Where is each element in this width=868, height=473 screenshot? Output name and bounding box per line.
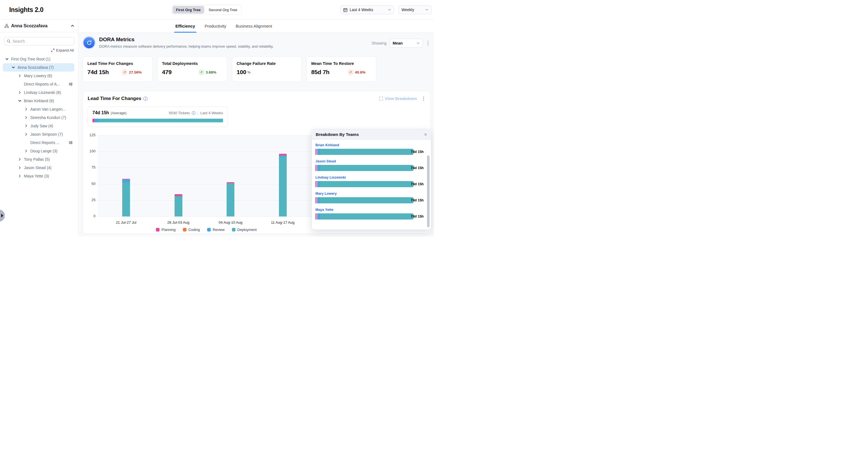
breakdown-segment-planning — [315, 197, 316, 203]
view-breakdown-button[interactable]: View Breakdown — [379, 96, 417, 101]
toggle-first-org-tree[interactable]: First Org Tree — [173, 6, 204, 13]
expand-all-button[interactable]: Expand All — [0, 48, 74, 52]
breakdown-team-link[interactable]: Jason Stead — [315, 159, 424, 163]
tree-item-aaron-van-langen[interactable]: Aaron Van Langen... — [3, 105, 74, 113]
breakdown-team-link[interactable]: Maya Yette — [315, 208, 424, 212]
trend-up-icon: ↗ — [198, 69, 204, 75]
tab-productivity[interactable]: Productivity — [203, 20, 228, 33]
chevron-right-icon — [18, 91, 22, 94]
tree-item-jason-simpson-7[interactable]: Jason Simpson (7) — [3, 130, 74, 139]
chevron-down-icon — [11, 66, 15, 69]
trend-up-icon: ↗ — [348, 69, 353, 75]
expand-all-icon — [51, 49, 55, 52]
aggregation-value: Mean — [393, 41, 403, 46]
search-input[interactable] — [12, 39, 71, 43]
metric-delta-value: 3.68% — [206, 70, 216, 75]
tree-item-direct-reports-of-a[interactable]: Direct Reports of A... — [3, 80, 74, 88]
y-axis-tick-label: 100 — [88, 149, 95, 153]
tree-item-lindsay-liszewski-8[interactable]: Lindsay Liszewski (8) — [3, 88, 74, 97]
date-range-dropdown[interactable]: Last 4 Weeks — [340, 5, 394, 14]
tree-item-mary-lowery-6[interactable]: Mary Lowery (6) — [3, 71, 74, 80]
tab-business-alignment[interactable]: Business Alignment — [234, 20, 273, 33]
panel-scrollbar-thumb[interactable] — [427, 155, 430, 227]
average-label: (Average) — [111, 111, 127, 115]
app-title: Insights 2.0 — [9, 6, 43, 13]
average-value: 74d 15h — [92, 110, 109, 115]
sidebar-collapse-button[interactable] — [71, 24, 74, 28]
legend-item-review[interactable]: Review — [207, 228, 225, 232]
tree-item-label: Sireesha Kunduri (7) — [30, 115, 66, 120]
breakdown-segment-review — [317, 149, 320, 155]
chevron-down-icon — [18, 99, 22, 102]
metric-delta-value: 27.56% — [129, 70, 142, 75]
info-icon[interactable]: i — [192, 111, 195, 115]
tree-item-brian-kirkland-6[interactable]: Brian Kirkland (6) — [3, 97, 74, 105]
breakdown-value: 74d 15h — [411, 182, 424, 186]
breakdown-segment-deployment — [320, 213, 414, 219]
breakdown-segment-review — [317, 197, 320, 203]
chevron-right-icon — [18, 158, 22, 161]
metric-card-title: Lead Time For Changes — [87, 61, 148, 66]
breakdown-bar-row: 74d 15h — [315, 181, 424, 187]
dora-header-text: DORA Metrics DORA metrics measure softwa… — [99, 36, 274, 49]
dora-subtitle: DORA metrics measure software delivery p… — [99, 44, 274, 49]
tree-item-direct-reports[interactable]: Direct Reports ... — [3, 139, 74, 147]
tree-item-maya-yette-3[interactable]: Maya Yette (3) — [3, 172, 74, 180]
metric-card-value-row: 85d 7h↗40.8% — [311, 69, 372, 76]
metric-card-title: Mean Time To Restore — [311, 61, 372, 66]
bar-segment-deployment — [175, 196, 182, 216]
top-header: Insights 2.0 First Org Tree Second Org T… — [0, 0, 434, 20]
chevron-right-icon — [24, 108, 28, 111]
legend-item-planning[interactable]: Planning — [156, 228, 176, 232]
tree-item-judy-saw-4[interactable]: Judy Saw (4) — [3, 122, 74, 130]
legend-swatch-review — [207, 228, 211, 232]
tree-item-sireesha-kunduri-7[interactable]: Sireesha Kunduri (7) — [3, 113, 74, 122]
filter-sliders-icon[interactable] — [69, 82, 73, 86]
breakdown-segment-deployment — [320, 165, 414, 171]
aggregation-dropdown[interactable]: Mean — [390, 39, 423, 48]
tree-item-tony-pallas-5[interactable]: Tony Pallas (5) — [3, 155, 74, 164]
breakdown-team-link[interactable]: Brian Kirkland — [315, 143, 424, 147]
legend-item-coding[interactable]: Coding — [183, 228, 200, 232]
tree-item-doug-lange-3[interactable]: Doug Lange (3) — [3, 147, 74, 155]
tree-item-anna-scozzafava-7[interactable]: Anna Scozzafava (7) — [3, 63, 74, 71]
breakdown-segment-deployment — [320, 197, 414, 203]
info-icon[interactable]: i — [143, 97, 148, 101]
breakdown-team-link[interactable]: Mary Lowery — [315, 191, 424, 196]
toggle-second-org-tree[interactable]: Second Org Tree — [206, 6, 241, 13]
sidebar-user-name: Anna Scozzafava — [11, 23, 48, 28]
org-tree-toggle: First Org Tree Second Org Tree — [172, 5, 242, 15]
content-area: DORA Metrics DORA metrics measure softwa… — [79, 33, 434, 237]
tree-item-label: Mary Lowery (6) — [24, 73, 52, 78]
metric-delta-badge: ↗27.56% — [122, 69, 142, 75]
breakdown-panel: Breakdown By Teams × Brian Kirkland74d 1… — [311, 129, 431, 230]
lead-time-section: Lead Time For Changes i View Breakdown 7… — [83, 91, 431, 234]
breakdown-segment-deployment — [320, 181, 414, 187]
tree-item-jason-stead-4[interactable]: Jason Stead (4) — [3, 164, 74, 172]
metric-delta-badge: ↗3.68% — [198, 69, 216, 75]
app-root: Insights 2.0 First Org Tree Second Org T… — [0, 0, 434, 237]
legend-item-deployment[interactable]: Deployment — [232, 228, 257, 232]
chevron-down-icon — [416, 41, 420, 45]
close-icon[interactable]: × — [424, 132, 427, 137]
sidebar-search — [4, 37, 74, 46]
breakdown-bar-row: 74d 15h — [315, 149, 424, 155]
metric-card-value-row: 479↗3.68% — [162, 69, 222, 76]
legend-swatch-coding — [183, 228, 187, 232]
chevron-down-icon — [425, 8, 428, 11]
bar-segment-deployment — [279, 156, 287, 216]
chart-legend: PlanningCodingReviewDeployment — [98, 228, 315, 232]
chevron-down-icon — [388, 8, 391, 11]
chevron-right-icon — [18, 174, 22, 178]
summary-meta: 5030 Tickets i | Last 4 Weeks — [169, 111, 223, 115]
dora-kebab-menu[interactable] — [426, 40, 430, 47]
x-axis-tick-label: 21 Jul-27 Jul — [106, 220, 146, 225]
tree-item-first-org-tree-root-1[interactable]: First Org Tree Root (1) — [3, 55, 74, 63]
granularity-dropdown[interactable]: Weekly — [398, 5, 432, 14]
tab-efficiency[interactable]: Efficiency — [174, 20, 196, 33]
showing-label: Showing — [372, 41, 387, 46]
section-kebab-menu[interactable] — [422, 95, 426, 102]
breakdown-bar-row: 74d 15h — [315, 165, 424, 171]
breakdown-team-link[interactable]: Lindsay Liszewski — [315, 176, 424, 179]
filter-sliders-icon[interactable] — [69, 141, 73, 145]
